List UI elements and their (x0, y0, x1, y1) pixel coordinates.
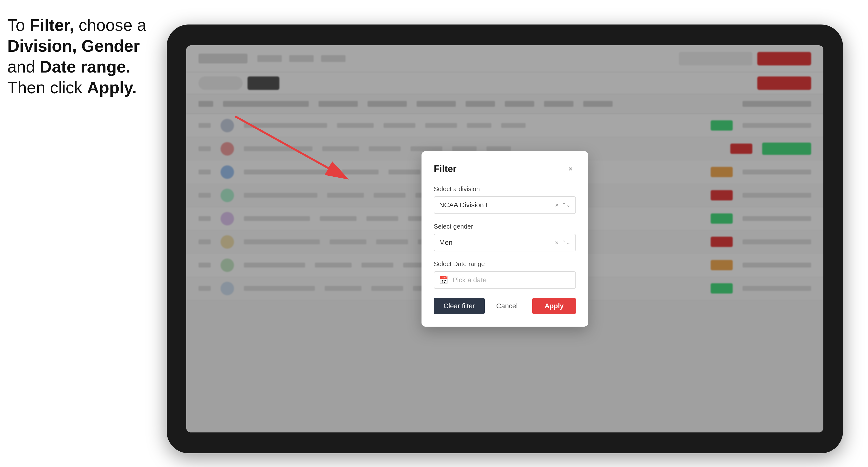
instruction-line3: and Date range. (7, 57, 131, 76)
instruction-bold-filter: Filter, (30, 16, 74, 34)
gender-arrow-icon: ⌃⌄ (562, 239, 570, 246)
instruction-bold-apply: Apply. (87, 78, 137, 97)
apply-button[interactable]: Apply (532, 298, 576, 314)
division-form-group: Select a division NCAA Division I × ⌃⌄ (434, 185, 576, 214)
division-select[interactable]: NCAA Division I × ⌃⌄ (434, 196, 576, 214)
filter-modal: Filter × Select a division NCAA Division… (422, 151, 588, 326)
gender-label: Select gender (434, 223, 576, 230)
modal-header: Filter × (434, 163, 576, 174)
instruction-block: To Filter, choose a Division, Gender and… (7, 15, 150, 98)
modal-close-button[interactable]: × (565, 163, 576, 174)
date-placeholder: Pick a date (453, 276, 487, 284)
division-value: NCAA Division I (439, 201, 555, 209)
gender-select-icons: × ⌃⌄ (555, 239, 570, 247)
modal-footer: Clear filter Cancel Apply (434, 298, 576, 314)
select-icons: × ⌃⌄ (555, 201, 570, 209)
instruction-bold-division: Division, Gender (7, 36, 140, 55)
close-icon: × (568, 164, 573, 174)
instruction-line4: Then click Apply. (7, 78, 137, 97)
gender-clear-icon[interactable]: × (555, 239, 559, 247)
division-label: Select a division (434, 185, 576, 193)
calendar-icon: 📅 (439, 276, 448, 284)
instruction-line1: To Filter, choose a (7, 16, 146, 34)
date-label: Select Date range (434, 260, 576, 268)
clear-filter-button[interactable]: Clear filter (434, 298, 485, 314)
gender-value: Men (439, 239, 555, 247)
instruction-bold-date: Date range. (40, 57, 130, 76)
tablet-screen: Filter × Select a division NCAA Division… (186, 45, 824, 432)
tablet-frame: Filter × Select a division NCAA Division… (167, 25, 843, 453)
footer-right-actions: Cancel Apply (487, 298, 576, 314)
division-clear-icon[interactable]: × (555, 201, 559, 209)
gender-form-group: Select gender Men × ⌃⌄ (434, 223, 576, 251)
gender-select[interactable]: Men × ⌃⌄ (434, 234, 576, 251)
cancel-button[interactable]: Cancel (487, 298, 527, 314)
date-form-group: Select Date range 📅 Pick a date (434, 260, 576, 289)
division-arrow-icon: ⌃⌄ (562, 202, 570, 208)
modal-title: Filter (434, 164, 457, 174)
date-input[interactable]: 📅 Pick a date (434, 271, 576, 289)
